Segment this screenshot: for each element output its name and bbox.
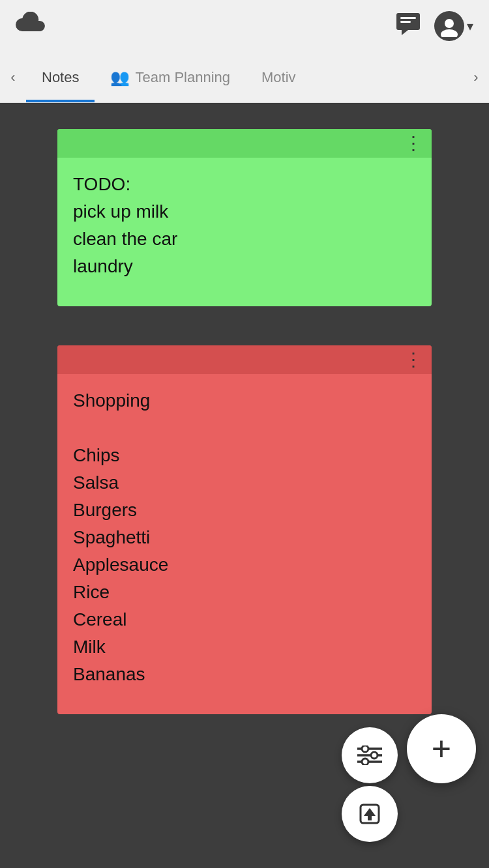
account-container[interactable]: ▾ bbox=[434, 11, 473, 41]
filter-fab-button[interactable] bbox=[342, 727, 398, 783]
note-card-todo-header: ⋮ bbox=[57, 129, 432, 158]
tab-motiv[interactable]: Motiv bbox=[246, 52, 312, 102]
note-card-shopping-menu-icon[interactable]: ⋮ bbox=[404, 351, 422, 369]
app-bar-right: ▾ bbox=[395, 11, 473, 41]
main-content: ⋮ TODO: pick up milk clean the car laund… bbox=[0, 103, 489, 740]
note-card-todo-text: TODO: pick up milk clean the car laundry bbox=[73, 171, 416, 280]
svg-point-4 bbox=[445, 19, 454, 28]
svg-point-10 bbox=[371, 752, 378, 759]
upload-fab-button[interactable] bbox=[342, 786, 398, 842]
note-card-shopping[interactable]: ⋮ Shopping Chips Salsa Burgers Spaghetti… bbox=[57, 345, 432, 714]
tab-notes-label: Notes bbox=[42, 69, 79, 86]
svg-rect-14 bbox=[368, 816, 372, 820]
cloud-icon bbox=[16, 12, 47, 41]
note-card-shopping-body: Shopping Chips Salsa Burgers Spaghetti A… bbox=[57, 374, 432, 714]
chat-icon[interactable] bbox=[395, 12, 421, 40]
tab-team-planning-label: Team Planning bbox=[135, 69, 230, 86]
tabs-container: Notes 👥 Team Planning Motiv bbox=[26, 52, 463, 102]
svg-marker-13 bbox=[364, 808, 376, 816]
dropdown-arrow-icon: ▾ bbox=[467, 18, 473, 34]
note-card-shopping-text: Shopping Chips Salsa Burgers Spaghetti A… bbox=[73, 387, 416, 688]
tab-motiv-label: Motiv bbox=[261, 69, 296, 86]
app-bar: ▾ bbox=[0, 0, 489, 52]
add-icon: + bbox=[432, 729, 451, 768]
tab-prev-button[interactable]: ‹ bbox=[0, 52, 26, 102]
svg-rect-1 bbox=[400, 17, 416, 19]
tab-next-button[interactable]: › bbox=[463, 52, 489, 102]
add-note-fab-button[interactable]: + bbox=[407, 714, 476, 783]
note-card-todo-menu-icon[interactable]: ⋮ bbox=[404, 134, 422, 152]
svg-point-5 bbox=[441, 29, 458, 37]
svg-rect-2 bbox=[400, 21, 411, 23]
account-icon bbox=[434, 11, 464, 41]
svg-point-11 bbox=[362, 759, 368, 765]
svg-marker-3 bbox=[402, 30, 408, 35]
note-card-todo[interactable]: ⋮ TODO: pick up milk clean the car laund… bbox=[57, 129, 432, 306]
team-planning-icon: 👥 bbox=[110, 68, 130, 87]
tab-bar: ‹ Notes 👥 Team Planning Motiv › bbox=[0, 52, 489, 103]
note-card-todo-body: TODO: pick up milk clean the car laundry bbox=[57, 158, 432, 306]
svg-point-9 bbox=[362, 745, 368, 752]
note-card-shopping-header: ⋮ bbox=[57, 345, 432, 374]
tab-notes[interactable]: Notes bbox=[26, 52, 95, 102]
tab-team-planning[interactable]: 👥 Team Planning bbox=[95, 52, 246, 102]
app-bar-left bbox=[16, 12, 47, 41]
